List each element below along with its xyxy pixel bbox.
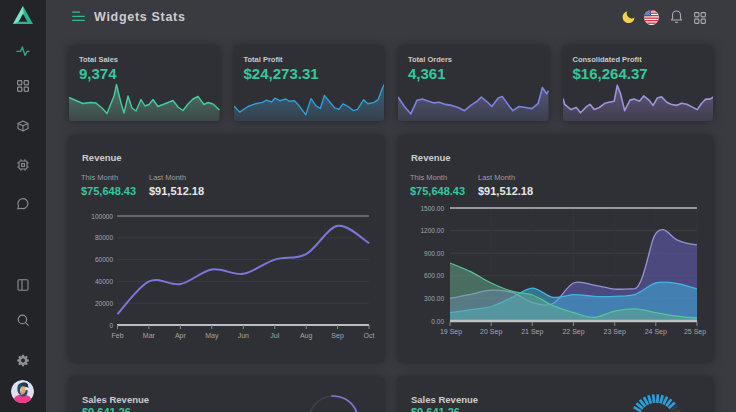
svg-text:0: 0: [109, 322, 113, 329]
svg-text:21 Sep: 21 Sep: [521, 328, 543, 336]
svg-text:May: May: [205, 332, 219, 340]
svg-text:20 Sep: 20 Sep: [480, 328, 502, 336]
svg-text:300.00: 300.00: [424, 295, 444, 302]
svg-text:23 Sep: 23 Sep: [604, 328, 626, 336]
svg-text:900.00: 900.00: [424, 250, 444, 257]
svg-text:Apr: Apr: [175, 332, 187, 340]
svg-text:80000: 80000: [95, 234, 113, 241]
svg-text:Sep: Sep: [331, 332, 344, 340]
svg-text:1500.00: 1500.00: [421, 205, 445, 212]
svg-text:100000: 100000: [91, 213, 113, 220]
svg-text:40000: 40000: [95, 278, 113, 285]
svg-text:0.00: 0.00: [431, 318, 444, 325]
svg-text:24 Sep: 24 Sep: [645, 328, 667, 336]
svg-text:Jul: Jul: [270, 332, 279, 339]
svg-text:Aug: Aug: [300, 332, 313, 340]
svg-text:1200.00: 1200.00: [421, 227, 445, 234]
svg-text:19 Sep: 19 Sep: [440, 328, 462, 336]
svg-text:600.00: 600.00: [424, 272, 444, 279]
svg-text:60000: 60000: [95, 256, 113, 263]
svg-text:25 Sep: 25 Sep: [684, 328, 706, 336]
svg-text:20000: 20000: [95, 300, 113, 307]
svg-text:Oct: Oct: [364, 332, 375, 339]
svg-text:Mar: Mar: [143, 332, 156, 339]
svg-text:Jun: Jun: [238, 332, 249, 339]
svg-text:22 Sep: 22 Sep: [562, 328, 584, 336]
svg-text:Feb: Feb: [111, 332, 123, 339]
